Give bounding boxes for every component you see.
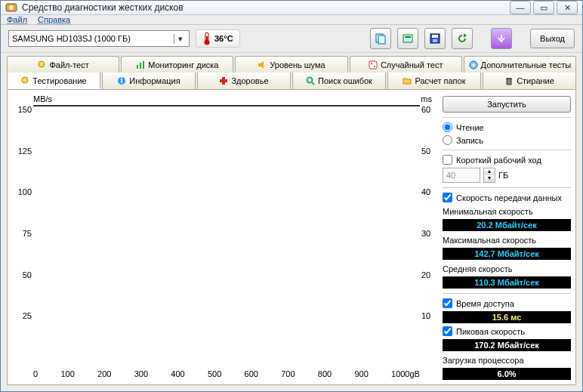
benchmark-chart (33, 105, 420, 106)
svg-point-1 (9, 5, 14, 10)
svg-point-20 (472, 63, 474, 66)
mode-read[interactable]: Чтение (443, 122, 571, 132)
tab-erase[interactable]: Стирание (483, 73, 576, 89)
svg-rect-14 (140, 63, 141, 69)
toolbar-btn-save[interactable] (424, 28, 446, 49)
peak-value: 170.2 Мбайт/сек (443, 339, 571, 351)
cpu-value: 6.0% (443, 368, 571, 380)
tab-file-test[interactable]: Файл-тест (7, 56, 119, 73)
avg-speed-label: Средняя скорость (443, 264, 571, 273)
svg-text:i: i (121, 76, 123, 85)
tab-noise[interactable]: Уровень шума (235, 56, 347, 73)
access-check[interactable]: Время доступа (443, 298, 571, 308)
menu-help[interactable]: Справка (38, 15, 70, 24)
run-button[interactable]: Запустить (443, 96, 571, 113)
thermometer-icon (202, 32, 211, 45)
exit-button[interactable]: Выход (530, 29, 575, 48)
dice-icon (369, 60, 378, 69)
svg-point-21 (22, 77, 28, 83)
svg-rect-11 (433, 39, 437, 42)
y-axis-right: 605040302010 (421, 105, 435, 353)
svg-point-17 (371, 63, 372, 64)
min-speed-label: Минимальная скорость (443, 207, 571, 216)
toolbar-btn-refresh[interactable] (452, 28, 473, 49)
mode-write[interactable]: Запись (443, 135, 571, 145)
titlebar: Средство диагностики жестких дисков — ▭ … (1, 1, 582, 15)
maximize-button[interactable]: ▭ (533, 1, 554, 14)
temperature-display: 36°C (196, 29, 240, 48)
svg-rect-6 (378, 35, 385, 44)
peak-check[interactable]: Пиковая скорость (443, 326, 571, 336)
toolbar-btn-1[interactable] (370, 28, 391, 49)
trash-icon (504, 76, 514, 85)
access-value: 15.6 мс (443, 311, 571, 323)
side-panel: Запустить Чтение Запись Короткий рабочий… (443, 94, 571, 380)
tab-monitoring[interactable]: Мониторинг диска (121, 56, 233, 73)
drive-select[interactable]: SAMSUNG HD103SJ (1000 ГБ) ▾ (8, 30, 190, 47)
svg-rect-15 (143, 61, 144, 69)
disk-icon (469, 60, 478, 69)
x-axis: 01002003004005006007008009001000gB (33, 369, 420, 378)
tabs-row-2: Тестирование iИнформация Здоровье Поиск … (7, 73, 576, 89)
toolbar: SAMSUNG HD103SJ (1000 ГБ) ▾ 36°C Выход (1, 25, 582, 53)
tab-folders[interactable]: Расчет папок (387, 73, 481, 89)
svg-point-18 (374, 66, 375, 67)
speed-check[interactable]: Скорость передачи данных (443, 193, 571, 202)
tab-testing[interactable]: Тестирование (7, 73, 100, 89)
toolbar-btn-down[interactable] (491, 28, 512, 49)
app-icon (5, 2, 17, 14)
short-stroke-check[interactable]: Короткий рабочий ход (443, 155, 571, 165)
bulb-icon (37, 60, 46, 69)
y-right-unit: ms (421, 94, 432, 103)
minimize-button[interactable]: — (510, 1, 531, 14)
close-button[interactable]: ✕ (557, 1, 578, 14)
svg-line-27 (312, 82, 314, 85)
svg-rect-10 (432, 35, 438, 38)
menubar: Файл Справка (1, 15, 582, 25)
info-icon: i (117, 76, 126, 85)
tabs-row-1: Файл-тест Мониторинг диска Уровень шума … (7, 56, 576, 73)
avg-speed-value: 110.3 Мбайт/сек (443, 276, 571, 289)
svg-rect-13 (137, 65, 138, 69)
chart-icon (136, 60, 145, 69)
tab-random[interactable]: Случайный тест (350, 56, 462, 73)
size-row: ▲▼ ГБ (443, 168, 571, 183)
size-input (443, 168, 480, 183)
max-speed-value: 142.7 Мбайт/сек (443, 248, 571, 260)
svg-rect-7 (403, 35, 412, 42)
svg-point-26 (307, 78, 313, 83)
tab-health[interactable]: Здоровье (197, 73, 291, 89)
svg-rect-4 (206, 36, 208, 42)
chart-area: MB/s ms 150125100755025 605040302010 010… (12, 94, 438, 380)
cpu-label: Загрузка процессора (443, 356, 571, 365)
menu-file[interactable]: Файл (7, 15, 27, 24)
tab-errors[interactable]: Поиск ошибок (292, 73, 386, 89)
chevron-down-icon: ▾ (174, 34, 186, 44)
folder-icon (403, 76, 412, 85)
svg-rect-25 (220, 79, 227, 82)
y-axis-left: 150125100755025 (14, 105, 32, 353)
window-title: Средство диагностики жестких дисков (22, 2, 510, 13)
search-icon (306, 76, 315, 85)
plus-icon (219, 76, 228, 85)
svg-point-12 (39, 61, 45, 67)
tab-info[interactable]: iИнформация (102, 73, 196, 89)
size-spinner[interactable]: ▲▼ (483, 168, 495, 183)
toolbar-btn-2[interactable] (397, 28, 418, 49)
svg-rect-8 (405, 36, 411, 38)
svg-rect-16 (369, 61, 377, 69)
bulb-icon (20, 76, 29, 85)
drive-selected-label: SAMSUNG HD103SJ (1000 ГБ) (12, 34, 131, 43)
max-speed-label: Максимальная скорость (443, 236, 571, 245)
tab-extra[interactable]: Дополнительные тесты (464, 56, 576, 73)
speaker-icon (258, 60, 267, 69)
y-left-unit: MB/s (33, 94, 52, 103)
min-speed-value: 20.2 Мбайт/сек (443, 219, 571, 231)
